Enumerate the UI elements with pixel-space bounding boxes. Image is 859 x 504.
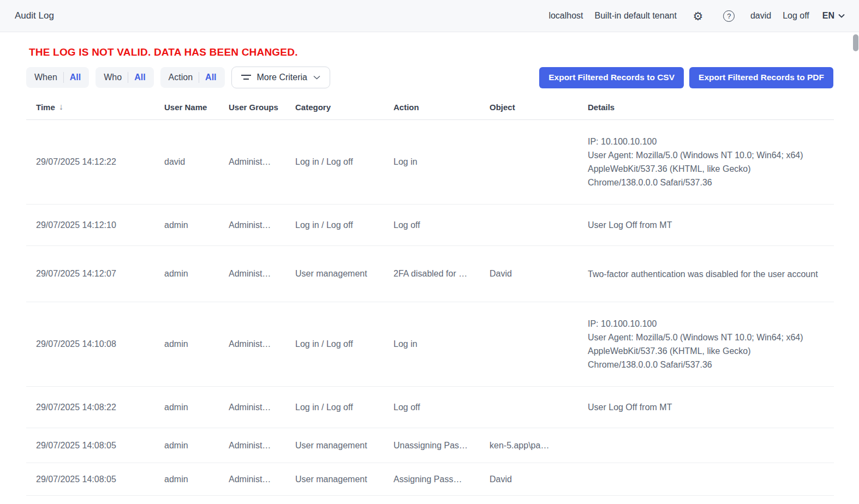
- cell-user: admin: [164, 220, 229, 230]
- chevron-down-icon: [838, 14, 845, 18]
- chip-divider: [199, 72, 199, 83]
- cell-category: Log in / Log off: [295, 339, 393, 349]
- settings-button[interactable]: ⚙: [691, 9, 705, 23]
- cell-category: Log in / Log off: [295, 220, 393, 230]
- filter-chip-who[interactable]: Who All: [96, 67, 153, 88]
- language-label: EN: [822, 11, 834, 21]
- cell-action: Assigning Pass…: [393, 475, 490, 484]
- cell-groups: Administ…: [229, 403, 295, 412]
- table-row: 29/07/2025 14:08:22 admin Administ… Log …: [26, 387, 834, 428]
- audit-log-table: Time ↓ User Name User Groups Category Ac…: [26, 94, 834, 496]
- chip-divider: [63, 72, 64, 83]
- table-row: 29/07/2025 14:12:10 admin Administ… Log …: [26, 205, 834, 246]
- cell-user: admin: [164, 441, 229, 451]
- filter-when-label: When: [34, 73, 57, 82]
- column-header-object: Object: [490, 103, 588, 112]
- cell-category: User management: [295, 441, 393, 451]
- cell-action: Log in: [393, 157, 490, 167]
- column-header-category: Category: [295, 103, 393, 112]
- language-selector[interactable]: EN: [822, 11, 845, 21]
- cell-user: david: [164, 157, 229, 167]
- table-row: 29/07/2025 14:08:05 admin Administ… User…: [26, 428, 834, 463]
- cell-action: Log off: [393, 220, 490, 230]
- filter-who-label: Who: [104, 73, 122, 82]
- filter-lines-icon: [241, 74, 251, 81]
- column-header-groups: User Groups: [229, 103, 295, 112]
- cell-category: Log in / Log off: [295, 157, 393, 167]
- host-label: localhost: [548, 11, 583, 21]
- cell-details: [588, 439, 834, 453]
- cell-time: 29/07/2025 14:12:22: [36, 157, 164, 167]
- table-row: 29/07/2025 14:12:07 admin Administ… User…: [26, 246, 834, 302]
- current-user[interactable]: david: [750, 11, 771, 21]
- cell-details: Two-factor authentication was disabled f…: [588, 260, 834, 288]
- table-row: 29/07/2025 14:08:05 admin Administ… User…: [26, 463, 834, 496]
- cell-time: 29/07/2025 14:10:08: [36, 339, 164, 349]
- cell-time: 29/07/2025 14:08:05: [36, 441, 164, 451]
- filter-when-value[interactable]: All: [70, 73, 81, 82]
- cell-details: IP: 10.100.10.100 User Agent: Mozilla/5.…: [588, 310, 834, 379]
- cell-time: 29/07/2025 14:08:22: [36, 403, 164, 412]
- filter-chip-action[interactable]: Action All: [160, 67, 225, 88]
- help-button[interactable]: ?: [722, 9, 736, 23]
- table-row: 29/07/2025 14:10:08 admin Administ… Log …: [26, 302, 834, 387]
- more-criteria-button[interactable]: More Criteria: [231, 67, 330, 88]
- cell-category: User management: [295, 475, 393, 484]
- export-buttons: Export Filtered Records to CSV Export Fi…: [539, 67, 833, 88]
- filter-chip-when[interactable]: When All: [26, 67, 89, 88]
- cell-category: Log in / Log off: [295, 403, 393, 412]
- cell-details: [588, 472, 834, 487]
- cell-user: admin: [164, 339, 229, 349]
- sort-desc-icon: ↓: [59, 102, 63, 112]
- cell-user: admin: [164, 475, 229, 484]
- cell-time: 29/07/2025 14:12:07: [36, 269, 164, 279]
- cell-user: admin: [164, 269, 229, 279]
- cell-time: 29/07/2025 14:08:05: [36, 475, 164, 484]
- cell-groups: Administ…: [229, 269, 295, 279]
- column-header-action: Action: [393, 103, 490, 112]
- cell-category: User management: [295, 269, 393, 279]
- cell-object: ken-5.app\pa…: [490, 441, 588, 451]
- table-row: 29/07/2025 14:12:22 david Administ… Log …: [26, 120, 834, 205]
- topbar-right: localhost Built-in default tenant ⚙ ? da…: [548, 9, 845, 23]
- column-header-user: User Name: [164, 103, 229, 112]
- vertical-scrollbar-thumb[interactable]: [853, 34, 858, 51]
- cell-groups: Administ…: [229, 339, 295, 349]
- cell-action: Unassigning Pas…: [393, 441, 490, 451]
- log-invalid-warning: THE LOG IS NOT VALID. DATA HAS BEEN CHAN…: [29, 46, 859, 58]
- column-header-time[interactable]: Time ↓: [36, 102, 164, 112]
- page-title: Audit Log: [15, 10, 54, 21]
- export-csv-button[interactable]: Export Filtered Records to CSV: [539, 67, 684, 88]
- cell-groups: Administ…: [229, 475, 295, 484]
- export-pdf-button[interactable]: Export Filtered Records to PDF: [689, 67, 833, 88]
- gear-icon: ⚙: [693, 10, 703, 22]
- table-header: Time ↓ User Name User Groups Category Ac…: [26, 94, 834, 120]
- cell-object: David: [490, 269, 588, 279]
- cell-action: 2FA disabled for …: [393, 269, 490, 279]
- cell-time: 29/07/2025 14:12:10: [36, 220, 164, 230]
- chip-divider: [128, 72, 128, 83]
- cell-groups: Administ…: [229, 220, 295, 230]
- table-body: 29/07/2025 14:12:22 david Administ… Log …: [26, 120, 834, 496]
- column-header-details: Details: [588, 103, 834, 112]
- cell-groups: Administ…: [229, 441, 295, 451]
- cell-details: User Log Off from MT: [588, 211, 834, 239]
- topbar: Audit Log localhost Built-in default ten…: [0, 0, 859, 32]
- cell-object: David: [490, 475, 588, 484]
- filter-bar: When All Who All Action All More Criteri…: [26, 67, 833, 88]
- cell-groups: Administ…: [229, 157, 295, 167]
- filter-action-label: Action: [169, 73, 193, 82]
- cell-action: Log in: [393, 339, 490, 349]
- filter-who-value[interactable]: All: [134, 73, 145, 82]
- filter-action-value[interactable]: All: [205, 73, 216, 82]
- help-icon: ?: [723, 10, 735, 22]
- cell-details: User Log Off from MT: [588, 393, 834, 421]
- cell-action: Log off: [393, 403, 490, 412]
- cell-user: admin: [164, 403, 229, 412]
- more-criteria-label: More Criteria: [257, 73, 307, 82]
- logoff-link[interactable]: Log off: [783, 11, 809, 21]
- cell-details: IP: 10.100.10.100 User Agent: Mozilla/5.…: [588, 128, 834, 196]
- chevron-down-icon: [313, 75, 320, 80]
- tenant-label: Built-in default tenant: [595, 11, 677, 21]
